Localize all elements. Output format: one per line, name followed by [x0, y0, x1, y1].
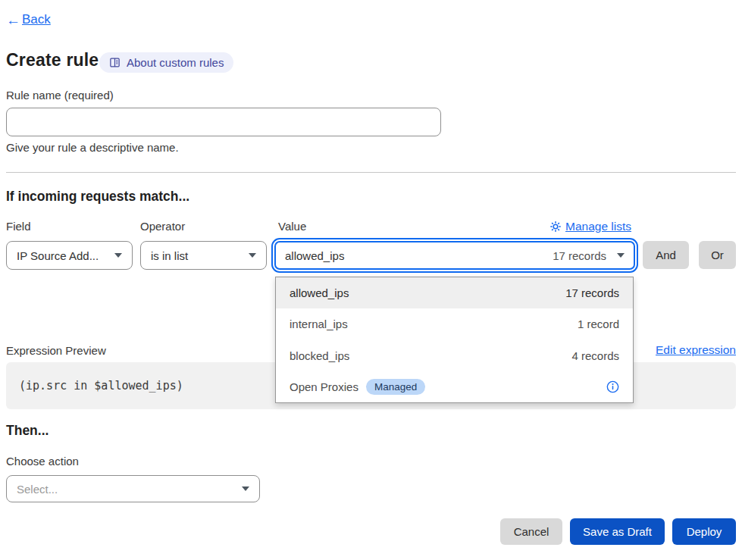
value-dropdown-panel: allowed_ips 17 records internal_ips 1 re… — [275, 277, 634, 403]
value-select-records: 17 records — [553, 249, 606, 262]
expression-preview-label: Expression Preview — [6, 344, 106, 357]
operator-select[interactable]: is in list — [140, 241, 267, 270]
chevron-down-icon — [242, 486, 249, 491]
expression-code: (ip.src in $allowed_ips) — [19, 379, 183, 393]
choose-action-label: Choose action — [6, 455, 79, 468]
back-link-label[interactable]: Back — [22, 12, 51, 27]
operator-label: Operator — [140, 220, 185, 233]
action-select[interactable]: Select... — [6, 475, 260, 502]
value-label: Value — [278, 220, 306, 233]
info-icon[interactable] — [606, 380, 619, 393]
about-custom-rules-badge[interactable]: About custom rules — [99, 52, 233, 73]
operator-select-value: is in list — [151, 249, 188, 262]
rule-name-label: Rule name (required) — [6, 89, 114, 102]
chevron-down-icon — [249, 253, 256, 258]
or-button[interactable]: Or — [699, 241, 736, 269]
action-select-placeholder: Select... — [17, 483, 58, 496]
list-name: allowed_ips — [290, 286, 349, 299]
dropdown-item-open-proxies[interactable]: Open Proxies Managed — [276, 371, 633, 402]
manage-lists-label[interactable]: Manage lists — [565, 220, 631, 233]
and-button[interactable]: And — [643, 241, 689, 269]
save-as-draft-button[interactable]: Save as Draft — [570, 518, 665, 545]
footer-actions: Cancel Save as Draft Deploy — [0, 518, 742, 545]
dropdown-item-blocked-ips[interactable]: blocked_ips 4 records — [276, 340, 633, 371]
deploy-button[interactable]: Deploy — [672, 518, 736, 545]
value-select-focus-ring: allowed_ips 17 records — [271, 238, 638, 273]
chevron-down-icon — [617, 253, 625, 258]
dropdown-item-internal-ips[interactable]: internal_ips 1 record — [276, 308, 633, 339]
section-divider — [6, 172, 736, 173]
list-name: Open Proxies — [290, 380, 358, 393]
field-select-value: IP Source Add... — [17, 249, 99, 262]
book-icon — [109, 57, 121, 68]
about-badge-label: About custom rules — [127, 56, 224, 69]
list-name: internal_ips — [290, 318, 348, 330]
list-record-count: 1 record — [578, 318, 619, 330]
match-heading: If incoming requests match... — [6, 189, 189, 205]
field-label: Field — [6, 220, 31, 233]
managed-badge: Managed — [366, 379, 425, 395]
dropdown-item-allowed-ips[interactable]: allowed_ips 17 records — [276, 277, 633, 308]
field-select[interactable]: IP Source Add... — [6, 241, 133, 270]
value-select-selected: allowed_ips — [285, 249, 344, 262]
then-heading: Then... — [6, 423, 49, 439]
rule-name-input[interactable] — [6, 108, 441, 136]
gear-icon — [550, 221, 561, 232]
back-arrow-icon: ← — [6, 13, 20, 27]
back-link[interactable]: ←Back — [6, 12, 51, 27]
list-record-count: 17 records — [565, 286, 619, 299]
list-name: blocked_ips — [290, 349, 349, 362]
page-title: Create rule — [6, 50, 99, 70]
list-record-count: 4 records — [571, 349, 619, 362]
rule-name-helper: Give your rule a descriptive name. — [6, 141, 179, 154]
edit-expression-link[interactable]: Edit expression — [656, 343, 736, 357]
chevron-down-icon — [114, 253, 122, 258]
create-rule-page: ←Back Create rule About custom rules Rul… — [0, 0, 742, 560]
cancel-button[interactable]: Cancel — [500, 518, 562, 545]
value-select[interactable]: allowed_ips 17 records — [274, 241, 635, 270]
manage-lists-link[interactable]: Manage lists — [550, 220, 631, 233]
